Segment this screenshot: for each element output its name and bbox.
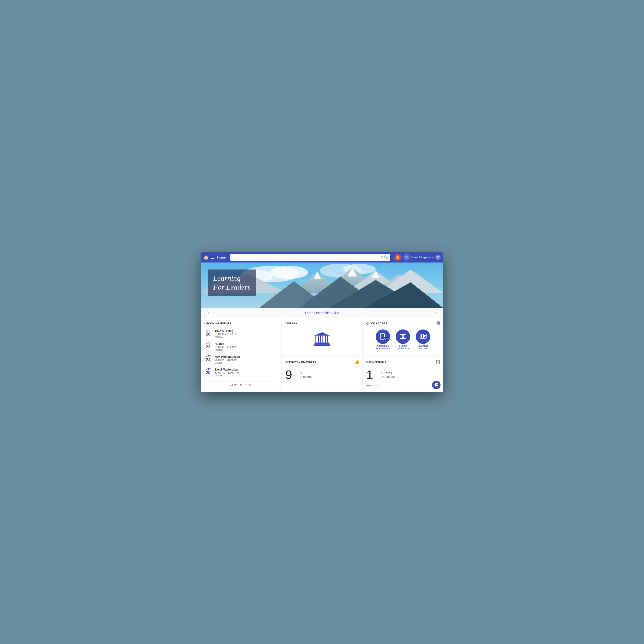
learning-record-icon: [420, 333, 427, 340]
approval-sub-stats: 0 9 Indirect: [300, 371, 312, 378]
qa-item-policies[interactable]: ✓ POLICIES & DOCUMENTS: [375, 329, 391, 350]
list-item: May 25 Excel Masterclass 11:00 AM - 12:0…: [204, 366, 278, 379]
upcoming-events-title: UPCOMING EVENTS: [204, 322, 278, 325]
event-date: May 20: [204, 329, 212, 336]
notification-bell[interactable]: 🔔: [395, 254, 401, 261]
event-date: May 25: [204, 368, 212, 375]
event-location: Exeter: [215, 361, 278, 364]
address-input[interactable]: [232, 255, 380, 259]
chat-bubble-button[interactable]: 💬: [432, 381, 441, 389]
browser-toolbar: 🏠 ☰ Home ✕ 🔍 🔔 DF Daryl Fitzpatrick ?: [201, 252, 443, 263]
event-location: Atlanta: [215, 336, 278, 338]
approval-stat-row: 9 0 9 Indirect: [285, 366, 359, 384]
hero-text-overlay: Learning For Leaders: [208, 269, 256, 296]
svg-rect-31: [381, 336, 384, 336]
library-widget: LIBRARY: [282, 318, 362, 357]
next-arrow[interactable]: ›: [432, 310, 439, 316]
elearning-icon: [399, 333, 406, 340]
event-date: May 24: [204, 355, 212, 362]
event-month: May: [206, 329, 210, 332]
qa-circle-elearning[interactable]: [396, 329, 410, 344]
svg-rect-41: [424, 335, 426, 336]
svg-rect-22: [315, 336, 316, 343]
svg-point-2: [271, 266, 308, 279]
svg-rect-25: [322, 336, 323, 343]
library-icon-container[interactable]: [285, 328, 359, 351]
user-profile[interactable]: DF Daryl Fitzpatrick: [403, 254, 433, 261]
policies-icon: ✓: [379, 333, 386, 340]
event-day: 20: [206, 332, 210, 336]
svg-rect-21: [315, 343, 329, 344]
quick-access-items: ✓ POLICIES & DOCUMENTS ONLINE eLEARNING: [366, 328, 440, 350]
event-date: May 23: [204, 342, 212, 349]
assignments-title: ASSIGNMENTS: [366, 360, 440, 363]
hero-title: Learning For Leaders: [213, 274, 250, 292]
toolbar-right: 🔔 DF Daryl Fitzpatrick ?: [395, 254, 441, 261]
event-details: Excel Masterclass 11:00 AM - 12:00 PM Lo…: [215, 368, 278, 377]
svg-marker-28: [314, 332, 330, 336]
view-calendar-button[interactable]: VIEW CALENDAR: [204, 381, 278, 388]
event-name[interactable]: Huddle: [215, 342, 278, 346]
qa-circle-policies[interactable]: ✓: [376, 329, 390, 344]
assignments-count[interactable]: 1: [366, 369, 373, 381]
assignments-paths: 1 Paths: [381, 371, 395, 375]
prev-arrow[interactable]: ‹: [205, 310, 212, 316]
svg-rect-30: [381, 335, 384, 335]
svg-rect-24: [320, 336, 321, 343]
svg-text:✓: ✓: [384, 337, 385, 340]
clipboard-icon: 📋: [435, 359, 441, 364]
quick-access-widget: QUICK ACCESS 🏛 ✓ POLICIES & D: [363, 318, 443, 357]
user-name: Daryl Fitzpatrick: [411, 255, 433, 259]
event-location: London: [215, 374, 278, 377]
qa-label-learning-record: LEARNING RECORD: [415, 345, 431, 350]
qa-item-elearning[interactable]: ONLINE eLEARNING: [395, 329, 411, 350]
event-time: 8:00 PM - 10:00 PM: [215, 333, 278, 336]
home-icon[interactable]: 🏠: [203, 255, 209, 260]
assignments-stat-row: 1 1 Paths 0 Courses: [366, 366, 440, 384]
event-time: 9:00 AM - 11:00 AM: [215, 358, 278, 361]
approval-requests-title: APPROVAL REQUESTS: [285, 360, 359, 363]
thumbs-up-icon: 👍: [354, 359, 360, 364]
progress-bar-fill: [366, 385, 371, 386]
event-details: Huddle 3:00 PM - 4:30 PM Atlanta: [215, 342, 278, 351]
event-time: 11:00 AM - 12:00 PM: [215, 371, 278, 374]
stat-divider: [377, 369, 377, 381]
clear-icon[interactable]: ✕: [381, 255, 383, 259]
library-icon: [314, 332, 330, 346]
svg-rect-26: [325, 336, 326, 343]
svg-rect-42: [424, 336, 425, 337]
approval-requests-widget: APPROVAL REQUESTS 👍 9 0 9 Indirect: [282, 357, 362, 392]
event-month: May: [206, 342, 210, 345]
approval-count[interactable]: 9: [285, 369, 292, 381]
qa-circle-learning-record[interactable]: [416, 329, 430, 344]
svg-rect-27: [327, 336, 328, 343]
event-details: Time & Billing 8:00 PM - 10:00 PM Atlant…: [215, 329, 278, 338]
svg-rect-32: [381, 337, 383, 337]
approval-sub-count: 0: [300, 371, 312, 375]
carousel-link[interactable]: Learn Leadership Skills: [212, 311, 433, 315]
library-title: LIBRARY: [285, 322, 297, 325]
progress-bar: [366, 385, 380, 386]
qa-item-learning-record[interactable]: LEARNING RECORD: [415, 329, 431, 350]
event-name[interactable]: Time & Billing: [215, 329, 278, 333]
help-icon[interactable]: ?: [435, 255, 441, 260]
event-month: May: [206, 368, 210, 371]
list-item: May 23 Huddle 3:00 PM - 4:30 PM Atlanta: [204, 340, 278, 353]
assignments-widget: ASSIGNMENTS 📋 1 1 Paths 0 Courses 💬: [363, 357, 443, 392]
event-day: 24: [206, 358, 210, 362]
event-name[interactable]: Excel Masterclass: [215, 368, 278, 371]
menu-icon[interactable]: ☰: [211, 255, 215, 260]
upcoming-events-widget: UPCOMING EVENTS May 20 Time & Billing 8:…: [201, 318, 281, 392]
event-time: 3:00 PM - 4:30 PM: [215, 346, 278, 348]
bell-icon[interactable]: 🔔: [395, 254, 401, 261]
search-icon[interactable]: 🔍: [384, 255, 388, 259]
event-name[interactable]: New Hire Induction: [215, 355, 278, 358]
list-item: May 20 Time & Billing 8:00 PM - 10:00 PM…: [204, 328, 278, 340]
assignments-courses: 0 Courses: [381, 375, 395, 378]
event-day: 25: [206, 371, 210, 375]
browser-window: 🏠 ☰ Home ✕ 🔍 🔔 DF Daryl Fitzpatrick ?: [201, 252, 443, 392]
event-list: May 20 Time & Billing 8:00 PM - 10:00 PM…: [204, 328, 278, 379]
svg-rect-23: [318, 336, 319, 343]
hero-banner: Learning For Leaders: [201, 263, 443, 308]
address-bar[interactable]: ✕ 🔍: [230, 254, 390, 261]
